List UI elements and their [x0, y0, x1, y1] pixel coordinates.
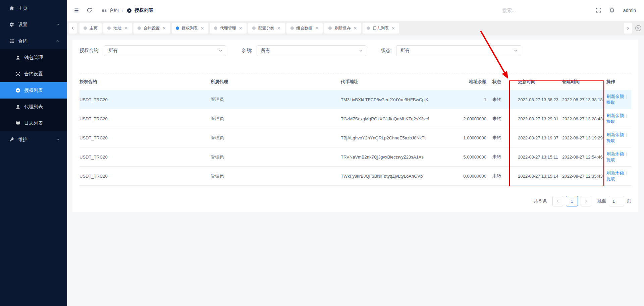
cell-updated: 2022-08-27 13:29:31	[518, 116, 562, 121]
table-row: USDT_TRC20 管理员 TBjALghvoY2hYnQRLp2ChneE5…	[79, 128, 631, 147]
cell-updated: 2022-08-27 13:38:23	[518, 97, 562, 102]
tab-home[interactable]: 主页	[79, 23, 102, 34]
col-header-agent: 所属代理	[211, 79, 341, 85]
action-divider: |	[626, 151, 627, 157]
status-badge: 未转	[486, 173, 518, 179]
fullscreen-icon[interactable]	[596, 7, 602, 13]
close-all-tabs-icon[interactable]	[635, 24, 642, 32]
withdraw-link[interactable]: 提取	[606, 157, 615, 163]
filter-status-select[interactable]: 所有	[396, 45, 521, 56]
home-icon	[9, 6, 14, 11]
search-input[interactable]	[502, 8, 546, 13]
sidebar-item-log-list[interactable]: 日志列表	[0, 115, 67, 131]
withdraw-link[interactable]: 提取	[606, 100, 615, 105]
refresh-balance-link[interactable]: 刷新余额	[606, 151, 624, 157]
notification-bell-icon[interactable]	[609, 7, 615, 13]
sidebar-item-contract[interactable]: 合约	[0, 33, 67, 49]
user-menu[interactable]: admin	[623, 8, 636, 13]
cell-balance: 2.00000000	[455, 116, 486, 121]
tab-dot-icon	[290, 26, 294, 30]
breadcrumb-separator: /	[121, 8, 124, 13]
breadcrumb-section[interactable]: 合约	[109, 7, 119, 13]
withdraw-link[interactable]: 提取	[606, 176, 615, 182]
tab-close-icon[interactable]: ✕	[315, 26, 319, 30]
tab-close-icon[interactable]: ✕	[391, 26, 395, 30]
cell-contract: USDT_TRC20	[79, 155, 211, 160]
cell-agent: 管理员	[211, 97, 341, 103]
tab-close-icon[interactable]: ✕	[124, 26, 128, 30]
action-divider: |	[626, 132, 627, 137]
refresh-icon[interactable]	[87, 7, 93, 13]
current-page-button[interactable]: 1	[566, 196, 578, 206]
breadcrumb: 合约 / 授权列表	[102, 7, 153, 13]
tab-config-category[interactable]: 配置分类✕	[248, 23, 285, 34]
cell-updated: 2022-08-27 13:15:14	[518, 174, 562, 179]
refresh-balance-link[interactable]: 刷新余额	[606, 94, 624, 99]
tab-authorization-list[interactable]: 授权列表✕	[172, 23, 208, 34]
tab-label: 主页	[90, 25, 98, 31]
next-page-button[interactable]	[581, 196, 591, 206]
refresh-balance-link[interactable]: 刷新余额	[606, 170, 624, 176]
col-header-updated: 更新时间	[518, 79, 562, 85]
tab-dot-icon	[214, 26, 217, 30]
withdraw-link[interactable]: 提取	[606, 138, 615, 143]
sidebar-item-wallet-management[interactable]: 钱包管理	[0, 49, 67, 66]
jump-to-label: 跳至	[597, 198, 606, 204]
tab-combined-data[interactable]: 组合数据✕	[286, 23, 323, 34]
topbar-right: admin	[502, 7, 636, 13]
sidebar-item-contract-settings[interactable]: 合约设置	[0, 66, 67, 82]
app-root: { "app": { "username": "admin", "search_…	[0, 0, 644, 306]
tab-close-icon[interactable]: ✕	[162, 26, 166, 30]
sidebar-item-settings[interactable]: 设置	[0, 16, 67, 33]
prev-page-button[interactable]	[552, 196, 563, 206]
main-content: 授权合约: 所有 余额: 所有 状态: 所有 授权合约 所属代理 代币地址 地址…	[67, 36, 644, 306]
tab-label: 授权列表	[182, 25, 198, 31]
sidebar-item-label: 授权列表	[24, 87, 43, 94]
tab-address[interactable]: 地址✕	[103, 23, 132, 34]
cell-updated: 2022-08-27 13:15:11	[518, 155, 562, 160]
action-divider: |	[626, 113, 627, 118]
chevron-down-icon	[56, 23, 60, 26]
sidebar-item-maintenance[interactable]: 维护	[0, 131, 67, 148]
sidebar-item-authorization-list[interactable]: 授权列表	[0, 82, 67, 99]
refresh-balance-link[interactable]: 刷新余额	[606, 132, 624, 137]
refresh-balance-link[interactable]: 刷新余额	[606, 113, 624, 118]
cell-contract: USDT_TRC20	[79, 174, 211, 179]
sidebar-item-label: 合约设置	[24, 71, 43, 77]
col-header-status: 状态	[486, 79, 518, 85]
tabs-scroll-left-icon[interactable]	[69, 23, 77, 34]
cell-agent: 管理员	[211, 173, 341, 179]
gear-icon	[9, 22, 14, 27]
authorization-list-icon	[127, 8, 132, 13]
authorization-list-icon	[15, 88, 20, 93]
chevron-down-icon	[219, 49, 223, 53]
filter-contract-select[interactable]: 所有	[104, 45, 226, 56]
cell-contract: USDT_TRC20	[79, 97, 211, 102]
tab-close-icon[interactable]: ✕	[277, 26, 281, 30]
tab-close-icon[interactable]: ✕	[353, 26, 357, 30]
page-jump-input[interactable]	[609, 196, 624, 206]
tab-dot-icon	[252, 26, 256, 30]
sidebar-item-agent-list[interactable]: 代理列表	[0, 99, 67, 115]
table-row: USDT_TRC20 管理员 TGzM7SexgMqPGzXC1JioQaMhK…	[79, 109, 631, 128]
filter-row: 授权合约: 所有 余额: 所有 状态: 所有	[79, 40, 631, 56]
action-divider: |	[626, 94, 627, 99]
sidebar-item-label: 主页	[18, 5, 28, 11]
cell-address: TM3LivBXkLTFCP8vGeu2YdYxe9HFBwCpjK	[341, 97, 455, 102]
tab-close-icon[interactable]: ✕	[239, 26, 243, 30]
filter-balance-select[interactable]: 所有	[257, 45, 366, 56]
tabs-scroll-right-icon[interactable]	[624, 23, 632, 34]
tab-close-icon[interactable]: ✕	[201, 26, 204, 30]
tab-dot-icon	[367, 26, 370, 30]
withdraw-link[interactable]: 提取	[606, 119, 615, 124]
tab-agent-management[interactable]: 代理管理✕	[210, 23, 247, 34]
tab-refresh-cache[interactable]: 刷新缓存✕	[324, 23, 361, 34]
sidebar-item-label: 设置	[18, 22, 28, 28]
sidebar: 主页 设置 合约 钱包管理 合约设置 授权列表 代理列表 日志列表	[0, 0, 67, 306]
sidebar-item-label: 钱包管理	[24, 55, 43, 61]
tab-contract-settings[interactable]: 合约设置✕	[133, 23, 170, 34]
pagination-total: 共 5 条	[534, 198, 547, 204]
tab-log-list[interactable]: 日志列表✕	[363, 23, 399, 34]
sidebar-item-home[interactable]: 主页	[0, 0, 67, 16]
collapse-menu-icon[interactable]	[73, 7, 79, 13]
